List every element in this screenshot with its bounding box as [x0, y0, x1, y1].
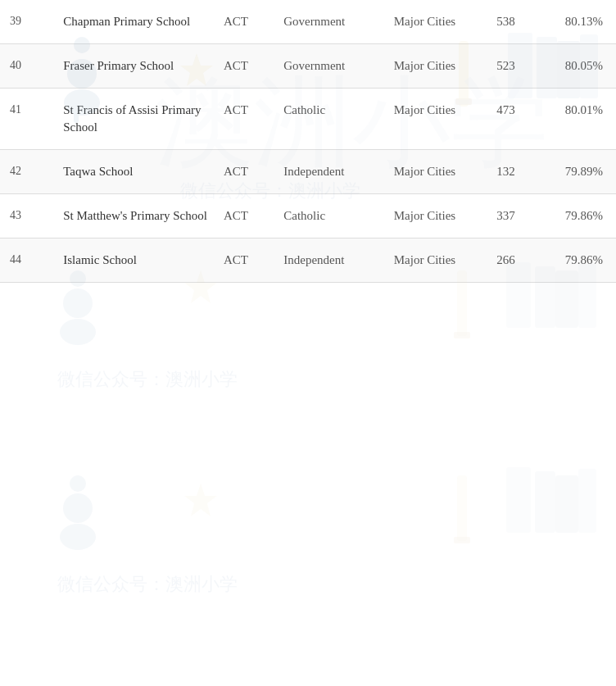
state-cell: ACT	[215, 0, 275, 44]
rank-cell: 40	[0, 44, 55, 89]
svg-rect-32	[578, 469, 596, 533]
table-row: 40 Fraser Primary School ACT Government …	[0, 44, 616, 89]
sector-cell: Government	[275, 0, 386, 44]
svg-rect-31	[555, 475, 578, 533]
school-name-cell: Taqwa School	[55, 150, 215, 194]
score-cell: 79.86%	[536, 239, 616, 283]
table-row: 42 Taqwa School ACT Independent Major Ci…	[0, 150, 616, 194]
table-row: 39 Chapman Primary School ACT Government…	[0, 0, 616, 44]
school-name-cell: Fraser Primary School	[55, 44, 215, 89]
students-cell: 473	[476, 89, 536, 150]
students-cell: 337	[476, 194, 536, 239]
school-name-cell: Chapman Primary School	[55, 0, 215, 44]
area-cell: Major Cities	[386, 89, 476, 150]
svg-marker-26	[184, 484, 217, 516]
area-cell: Major Cities	[386, 44, 476, 89]
sector-cell: Catholic	[275, 194, 386, 239]
state-cell: ACT	[215, 194, 275, 239]
svg-text:微信公众号：澳洲小学: 微信公众号：澳洲小学	[57, 369, 238, 389]
table-row: 41 St Francis of Assisi Primary School A…	[0, 89, 616, 150]
table-row: 44 Islamic School ACT Independent Major …	[0, 239, 616, 283]
svg-rect-29	[506, 467, 531, 533]
rank-cell: 43	[0, 194, 55, 239]
score-cell: 80.13%	[536, 0, 616, 44]
sector-cell: Independent	[275, 150, 386, 194]
area-cell: Major Cities	[386, 239, 476, 283]
score-cell: 79.89%	[536, 150, 616, 194]
school-name-cell: St Francis of Assisi Primary School	[55, 89, 215, 150]
svg-point-25	[70, 475, 86, 492]
score-cell: 79.86%	[536, 194, 616, 239]
rank-cell: 44	[0, 239, 55, 283]
svg-point-13	[63, 288, 93, 318]
area-cell: Major Cities	[386, 194, 476, 239]
table-row: 43 St Matthew's Primary School ACT Catho…	[0, 194, 616, 239]
school-name-cell: Islamic School	[55, 239, 215, 283]
svg-rect-28	[454, 537, 470, 543]
svg-point-14	[60, 319, 96, 345]
state-cell: ACT	[215, 239, 275, 283]
school-name-cell: St Matthew's Primary School	[55, 194, 215, 239]
rankings-table: 39 Chapman Primary School ACT Government…	[0, 0, 616, 283]
sector-cell: Government	[275, 44, 386, 89]
svg-point-24	[60, 524, 96, 550]
students-cell: 523	[476, 44, 536, 89]
rank-cell: 42	[0, 150, 55, 194]
svg-rect-30	[535, 471, 555, 533]
area-cell: Major Cities	[386, 150, 476, 194]
state-cell: ACT	[215, 89, 275, 150]
svg-point-23	[63, 493, 93, 523]
state-cell: ACT	[215, 44, 275, 89]
state-cell: ACT	[215, 150, 275, 194]
area-cell: Major Cities	[386, 0, 476, 44]
score-cell: 80.05%	[536, 44, 616, 89]
students-cell: 538	[476, 0, 536, 44]
rank-cell: 39	[0, 0, 55, 44]
students-cell: 132	[476, 150, 536, 194]
sector-cell: Catholic	[275, 89, 386, 150]
rank-cell: 41	[0, 89, 55, 150]
svg-rect-27	[457, 475, 467, 541]
sector-cell: Independent	[275, 239, 386, 283]
students-cell: 266	[476, 239, 536, 283]
score-cell: 80.01%	[536, 89, 616, 150]
svg-rect-18	[454, 332, 470, 338]
svg-text:微信公众号：澳洲小学: 微信公众号：澳洲小学	[57, 574, 238, 594]
